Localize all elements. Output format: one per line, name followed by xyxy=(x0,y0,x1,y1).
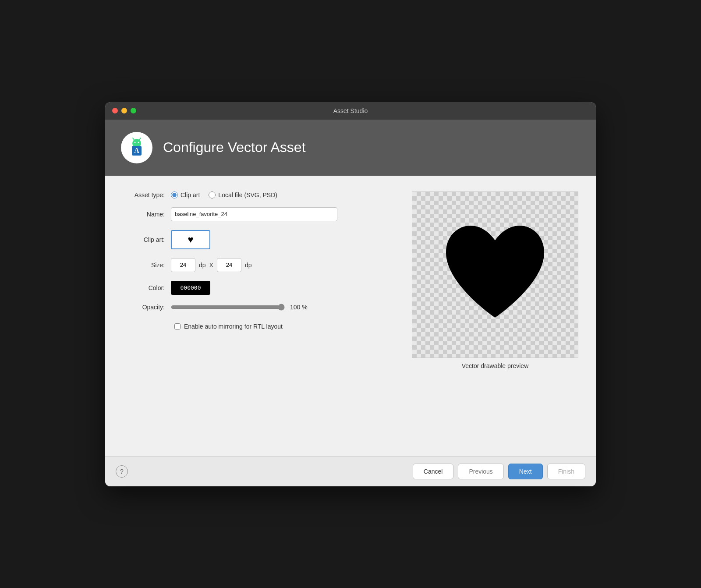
footer: ? Cancel Previous Next Finish xyxy=(105,456,596,486)
clip-art-option[interactable]: Clip art xyxy=(171,191,200,198)
svg-point-2 xyxy=(138,142,139,143)
rtl-checkbox[interactable] xyxy=(174,323,181,329)
previous-button[interactable]: Previous xyxy=(458,464,503,479)
opacity-value: 100 % xyxy=(290,304,308,311)
cancel-button[interactable]: Cancel xyxy=(413,464,454,479)
svg-point-1 xyxy=(135,142,136,143)
color-row: Color: 000000 xyxy=(123,281,394,295)
minimize-button[interactable] xyxy=(121,108,127,113)
main-content: Asset type: Clip art Local file (SVG, PS… xyxy=(105,176,596,456)
local-file-option[interactable]: Local file (SVG, PSD) xyxy=(209,191,277,198)
name-input[interactable] xyxy=(171,207,337,221)
page-title: Configure Vector Asset xyxy=(163,139,306,156)
asset-type-radio-group: Clip art Local file (SVG, PSD) xyxy=(171,191,277,198)
rtl-row: Enable auto mirroring for RTL layout xyxy=(123,319,394,330)
color-button[interactable]: 000000 xyxy=(171,281,210,295)
size-x-label: X xyxy=(209,262,213,269)
opacity-controls: 100 % xyxy=(171,304,308,311)
footer-right: Cancel Previous Next Finish xyxy=(413,464,585,479)
window-title: Asset Studio xyxy=(333,107,368,114)
help-icon: ? xyxy=(120,468,124,475)
traffic-lights xyxy=(112,108,136,113)
preview-label: Vector drawable preview xyxy=(412,362,578,369)
android-studio-icon: A xyxy=(126,137,147,158)
svg-line-3 xyxy=(133,138,134,140)
close-button[interactable] xyxy=(112,108,118,113)
size-inputs: dp X dp xyxy=(171,258,252,272)
rtl-label-text: Enable auto mirroring for RTL layout xyxy=(184,323,283,330)
form-and-preview: Asset type: Clip art Local file (SVG, PS… xyxy=(123,191,578,369)
title-bar: Asset Studio xyxy=(105,102,596,120)
maximize-button[interactable] xyxy=(131,108,136,113)
size-height-unit: dp xyxy=(245,262,252,269)
color-label: Color: xyxy=(123,284,171,291)
opacity-slider[interactable] xyxy=(171,304,285,311)
size-width-input[interactable] xyxy=(171,258,195,272)
size-label: Size: xyxy=(123,262,171,269)
svg-text:A: A xyxy=(134,147,139,154)
opacity-row: Opacity: 100 % xyxy=(123,304,394,311)
app-icon-circle: A xyxy=(121,132,152,163)
clipart-heart-icon: ♥ xyxy=(188,234,193,245)
finish-button[interactable]: Finish xyxy=(547,464,585,479)
clip-art-label: Clip art xyxy=(181,191,200,198)
main-window: Asset Studio A Configure Vector Asset xyxy=(105,102,596,486)
next-button[interactable]: Next xyxy=(508,464,543,479)
clip-art-radio[interactable] xyxy=(171,191,178,198)
local-file-radio[interactable] xyxy=(209,191,216,198)
help-button[interactable]: ? xyxy=(116,465,128,478)
clipart-button[interactable]: ♥ xyxy=(171,230,210,249)
preview-box xyxy=(412,191,578,358)
opacity-label: Opacity: xyxy=(123,304,171,311)
local-file-label: Local file (SVG, PSD) xyxy=(218,191,277,198)
preview-section: Vector drawable preview xyxy=(412,191,578,369)
form-section: Asset type: Clip art Local file (SVG, PS… xyxy=(123,191,394,369)
asset-type-row: Asset type: Clip art Local file (SVG, PS… xyxy=(123,191,394,198)
size-row: Size: dp X dp xyxy=(123,258,394,272)
svg-line-4 xyxy=(139,138,141,140)
name-label: Name: xyxy=(123,211,171,218)
size-height-input[interactable] xyxy=(217,258,241,272)
size-width-unit: dp xyxy=(199,262,206,269)
heart-preview-svg xyxy=(434,213,556,336)
rtl-checkbox-label[interactable]: Enable auto mirroring for RTL layout xyxy=(174,323,283,330)
name-row: Name: xyxy=(123,207,394,221)
header-section: A Configure Vector Asset xyxy=(105,120,596,176)
footer-left: ? xyxy=(116,465,128,478)
clipart-label: Clip art: xyxy=(123,236,171,243)
clipart-row: Clip art: ♥ xyxy=(123,230,394,249)
asset-type-label: Asset type: xyxy=(123,191,171,198)
